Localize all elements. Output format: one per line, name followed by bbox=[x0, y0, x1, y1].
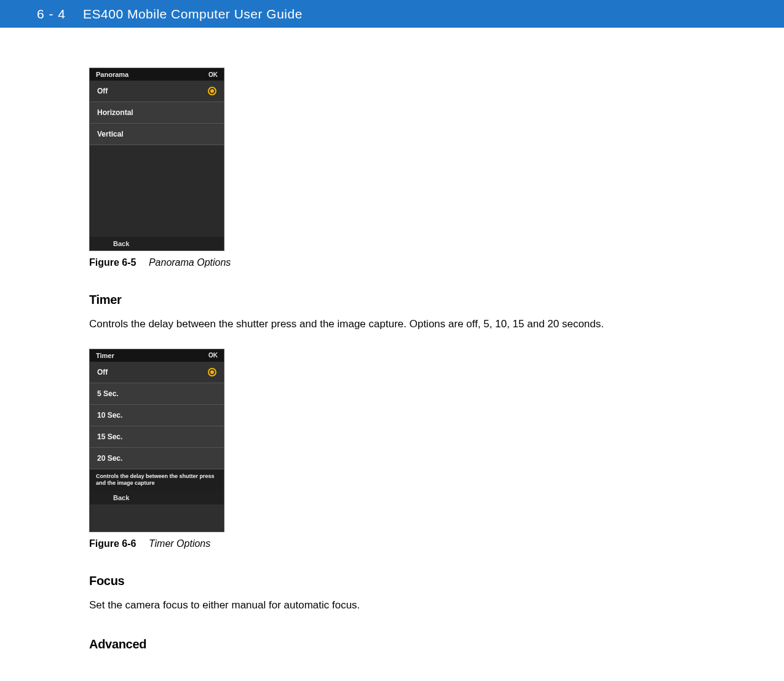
option-15sec[interactable]: 15 Sec. bbox=[90, 426, 224, 448]
heading-timer: Timer bbox=[89, 293, 676, 307]
heading-advanced: Advanced bbox=[89, 637, 676, 651]
figure-title: Timer Options bbox=[149, 538, 210, 549]
option-vertical[interactable]: Vertical bbox=[90, 124, 224, 145]
figure-label: Figure 6-5 bbox=[89, 257, 136, 268]
option-label: Vertical bbox=[97, 130, 124, 138]
option-10sec[interactable]: 10 Sec. bbox=[90, 405, 224, 426]
screen-title: Panorama bbox=[96, 71, 129, 78]
figure-label: Figure 6-6 bbox=[89, 538, 136, 549]
paragraph-focus: Set the camera focus to either manual fo… bbox=[89, 598, 676, 613]
option-horizontal[interactable]: Horizontal bbox=[90, 102, 224, 124]
option-off[interactable]: Off bbox=[90, 81, 224, 102]
paragraph-timer: Controls the delay between the shutter p… bbox=[89, 317, 676, 332]
empty-area bbox=[90, 145, 224, 237]
figure-caption-6-6: Figure 6-6 Timer Options bbox=[89, 538, 676, 549]
option-label: 5 Sec. bbox=[97, 389, 119, 398]
figure-caption-6-5: Figure 6-5 Panorama Options bbox=[89, 257, 676, 268]
page-title: ES400 Mobile Computer User Guide bbox=[83, 7, 303, 22]
screen-hint: Controls the delay between the shutter p… bbox=[90, 469, 224, 491]
option-off[interactable]: Off bbox=[90, 362, 224, 383]
page-header: 6 - 4 ES400 Mobile Computer User Guide bbox=[0, 0, 784, 28]
option-5sec[interactable]: 5 Sec. bbox=[90, 383, 224, 405]
option-label: 15 Sec. bbox=[97, 432, 122, 441]
ok-button[interactable]: OK bbox=[208, 352, 218, 359]
page-content: Panorama OK Off Horizontal Vertical Back… bbox=[0, 28, 676, 651]
screenshot-panorama: Panorama OK Off Horizontal Vertical Back bbox=[89, 68, 224, 251]
page-number: 6 - 4 bbox=[37, 7, 66, 22]
option-label: 10 Sec. bbox=[97, 411, 122, 420]
option-20sec[interactable]: 20 Sec. bbox=[90, 448, 224, 469]
screen-title: Timer bbox=[96, 352, 114, 359]
radio-selected-icon bbox=[208, 368, 216, 376]
screen-titlebar: Panorama OK bbox=[90, 68, 224, 81]
radio-selected-icon bbox=[208, 87, 216, 95]
option-label: Off bbox=[97, 368, 108, 376]
figure-title: Panorama Options bbox=[149, 257, 231, 268]
option-label: Off bbox=[97, 87, 108, 95]
back-button[interactable]: Back bbox=[90, 237, 224, 250]
back-button[interactable]: Back bbox=[90, 491, 224, 504]
heading-focus: Focus bbox=[89, 574, 676, 588]
option-label: Horizontal bbox=[97, 108, 133, 117]
screenshot-timer: Timer OK Off 5 Sec. 10 Sec. 15 Sec. 20 S… bbox=[89, 349, 224, 532]
option-label: 20 Sec. bbox=[97, 454, 122, 463]
ok-button[interactable]: OK bbox=[208, 71, 218, 78]
screen-titlebar: Timer OK bbox=[90, 349, 224, 362]
